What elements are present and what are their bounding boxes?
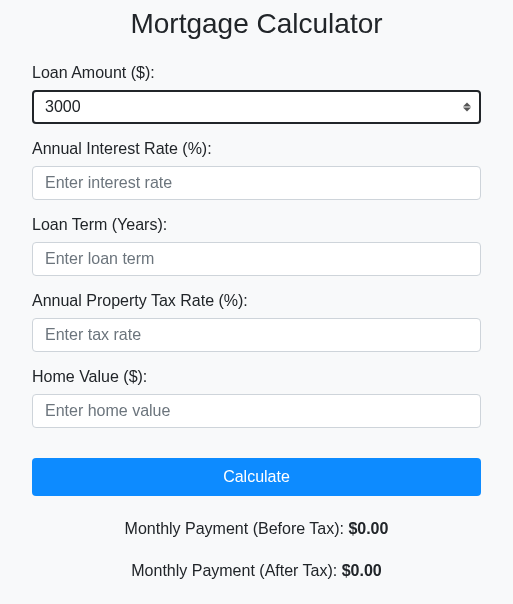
loan-term-input[interactable]	[32, 242, 481, 276]
loan-term-group: Loan Term (Years):	[32, 216, 481, 276]
interest-rate-label: Annual Interest Rate (%):	[32, 140, 481, 158]
tax-rate-group: Annual Property Tax Rate (%):	[32, 292, 481, 352]
interest-rate-input[interactable]	[32, 166, 481, 200]
result-after-tax-label: Monthly Payment (After Tax):	[131, 562, 341, 579]
home-value-label: Home Value ($):	[32, 368, 481, 386]
loan-amount-label: Loan Amount ($):	[32, 64, 481, 82]
result-before-tax-label: Monthly Payment (Before Tax):	[125, 520, 349, 537]
result-after-tax: Monthly Payment (After Tax): $0.00	[32, 562, 481, 580]
loan-amount-input[interactable]	[32, 90, 481, 124]
page-title: Mortgage Calculator	[32, 0, 481, 64]
tax-rate-input[interactable]	[32, 318, 481, 352]
home-value-group: Home Value ($):	[32, 368, 481, 428]
result-before-tax: Monthly Payment (Before Tax): $0.00	[32, 520, 481, 538]
result-after-tax-value: $0.00	[342, 562, 382, 579]
home-value-input[interactable]	[32, 394, 481, 428]
loan-amount-wrapper	[32, 90, 481, 124]
loan-term-label: Loan Term (Years):	[32, 216, 481, 234]
result-before-tax-value: $0.00	[348, 520, 388, 537]
tax-rate-label: Annual Property Tax Rate (%):	[32, 292, 481, 310]
calculator-container: Mortgage Calculator Loan Amount ($): Ann…	[0, 0, 513, 580]
loan-amount-group: Loan Amount ($):	[32, 64, 481, 124]
calculate-button[interactable]: Calculate	[32, 458, 481, 496]
interest-rate-group: Annual Interest Rate (%):	[32, 140, 481, 200]
